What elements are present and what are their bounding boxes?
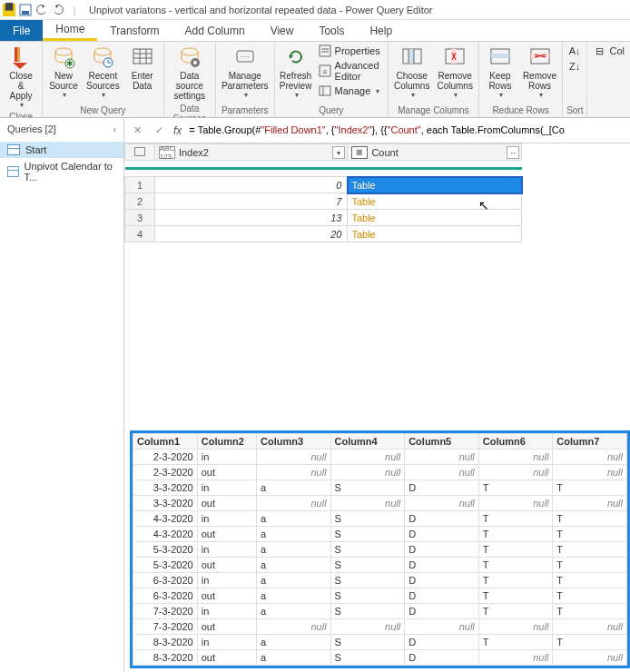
recent-sources-button[interactable]: Recent Sources▾ xyxy=(84,44,122,101)
cancel-formula-button[interactable]: ✕ xyxy=(130,124,144,138)
cell-count-table[interactable]: Table xyxy=(348,177,522,193)
preview-cell[interactable]: D xyxy=(405,588,479,604)
cell-count-table[interactable]: Table xyxy=(348,193,522,210)
table-row[interactable]: 6-3-2020inaSDTT xyxy=(133,573,627,588)
preview-cell[interactable]: a xyxy=(256,650,330,666)
tab-file[interactable]: File xyxy=(0,20,43,41)
preview-cell[interactable]: a xyxy=(256,604,330,619)
preview-cell[interactable]: 5-3-2020 xyxy=(133,558,198,573)
row-number[interactable]: 2 xyxy=(125,193,155,210)
preview-cell[interactable]: 2-3-2020 xyxy=(133,465,198,480)
tab-help[interactable]: Help xyxy=(357,20,405,41)
manage-button[interactable]: Manage▾ xyxy=(317,84,384,98)
advanced-editor-button[interactable]: ≡ Advanced Editor xyxy=(317,59,384,83)
preview-cell[interactable]: 7-3-2020 xyxy=(133,619,198,635)
table-row[interactable]: 4-3-2020inaSDTT xyxy=(133,511,627,527)
row-number[interactable]: 1 xyxy=(125,177,155,193)
preview-cell[interactable]: null xyxy=(256,450,330,465)
preview-cell[interactable]: null xyxy=(405,496,479,511)
query-item-unpivot[interactable]: Unpivot Calendar to T... xyxy=(0,158,123,185)
preview-cell[interactable]: null xyxy=(405,465,479,480)
preview-cell[interactable]: a xyxy=(256,558,330,573)
tab-addcolumn[interactable]: Add Column xyxy=(172,20,258,41)
datatype-table-icon[interactable]: ▦ xyxy=(351,146,368,159)
table-row[interactable]: 7-3-2020inaSDTT xyxy=(133,604,627,619)
preview-cell[interactable]: null xyxy=(256,496,330,511)
preview-cell[interactable]: in xyxy=(197,604,256,619)
preview-cell[interactable]: out xyxy=(197,650,256,666)
column-filter-button[interactable]: ▾ xyxy=(332,146,345,159)
preview-column-header[interactable]: Column4 xyxy=(330,434,405,450)
remove-columns-button[interactable]: Remove Columns▾ xyxy=(435,44,474,101)
preview-cell[interactable]: null xyxy=(478,619,553,635)
table-row[interactable]: 4-3-2020outaSDTT xyxy=(133,527,627,542)
preview-cell[interactable]: T xyxy=(553,558,627,573)
table-row[interactable]: 420Table xyxy=(125,226,522,242)
preview-cell[interactable]: S xyxy=(330,573,405,588)
preview-cell[interactable]: null xyxy=(478,496,553,511)
split-col-button[interactable]: ⊟Col xyxy=(591,44,626,58)
queries-header[interactable]: Queries [2] ‹ xyxy=(0,118,123,140)
preview-cell[interactable]: 8-3-2020 xyxy=(133,635,198,650)
table-row[interactable]: 10Table xyxy=(125,177,522,193)
preview-cell[interactable]: D xyxy=(405,635,479,650)
preview-cell[interactable]: 5-3-2020 xyxy=(133,542,198,558)
preview-cell[interactable]: in xyxy=(197,635,256,650)
preview-cell[interactable]: T xyxy=(478,635,553,650)
preview-cell[interactable]: null xyxy=(553,496,627,511)
preview-cell[interactable]: out xyxy=(197,496,256,511)
result-grid[interactable]: ABC 123 Index2 ▾ ▦ Count ↔ 10Table27 xyxy=(124,143,630,242)
preview-cell[interactable]: null xyxy=(405,619,479,635)
enter-data-button[interactable]: Enter Data xyxy=(125,44,160,93)
preview-cell[interactable]: T xyxy=(553,588,627,604)
preview-cell[interactable]: null xyxy=(553,465,627,480)
preview-cell[interactable]: D xyxy=(405,604,479,619)
cell-index2[interactable]: 7 xyxy=(154,193,348,210)
table-row[interactable]: 2-3-2020outnullnullnullnullnull xyxy=(133,465,627,480)
preview-cell[interactable]: out xyxy=(197,465,256,480)
preview-column-header[interactable]: Column6 xyxy=(478,434,553,450)
preview-cell[interactable]: in xyxy=(197,573,256,588)
preview-cell[interactable]: T xyxy=(478,542,553,558)
properties-button[interactable]: Properties xyxy=(317,44,384,58)
preview-cell[interactable]: in xyxy=(197,480,256,496)
fx-icon[interactable]: fx xyxy=(173,124,182,137)
preview-cell[interactable]: 6-3-2020 xyxy=(133,588,198,604)
preview-cell[interactable]: 8-3-2020 xyxy=(133,650,198,666)
preview-cell[interactable]: out xyxy=(197,588,256,604)
tab-tools[interactable]: Tools xyxy=(306,20,357,41)
keep-rows-button[interactable]: Keep Rows▾ xyxy=(483,44,517,101)
preview-cell[interactable]: null xyxy=(256,465,330,480)
table-preview-pane[interactable]: Column1Column2Column3Column4Column5Colum… xyxy=(130,430,630,668)
preview-cell[interactable]: S xyxy=(330,588,405,604)
choose-columns-button[interactable]: Choose Columns▾ xyxy=(392,44,431,101)
preview-cell[interactable]: null xyxy=(478,650,553,666)
preview-cell[interactable]: T xyxy=(553,635,627,650)
preview-cell[interactable]: T xyxy=(478,588,553,604)
preview-cell[interactable]: null xyxy=(330,465,405,480)
preview-cell[interactable]: 4-3-2020 xyxy=(133,511,198,527)
corner-cell[interactable] xyxy=(125,144,155,161)
column-expand-button[interactable]: ↔ xyxy=(507,146,519,159)
table-row[interactable]: 27Table xyxy=(125,193,522,210)
undo-icon[interactable] xyxy=(34,3,49,17)
tab-transform[interactable]: Transform xyxy=(97,20,172,41)
preview-column-header[interactable]: Column2 xyxy=(197,434,256,450)
table-row[interactable]: 6-3-2020outaSDTT xyxy=(133,588,627,604)
formula-text[interactable]: = Table.Group(#"Filled Down1", {"Index2"… xyxy=(189,124,565,136)
collapse-icon[interactable]: ‹ xyxy=(113,124,116,134)
preview-cell[interactable]: 2-3-2020 xyxy=(133,450,198,465)
preview-cell[interactable]: T xyxy=(553,542,627,558)
preview-cell[interactable]: a xyxy=(256,573,330,588)
preview-cell[interactable]: T xyxy=(478,511,553,527)
preview-cell[interactable]: T xyxy=(553,573,627,588)
table-row[interactable]: 5-3-2020inaSDTT xyxy=(133,542,627,558)
preview-column-header[interactable]: Column7 xyxy=(553,434,627,450)
preview-cell[interactable]: null xyxy=(478,465,553,480)
preview-cell[interactable]: D xyxy=(405,527,479,542)
preview-cell[interactable]: null xyxy=(553,619,627,635)
preview-cell[interactable]: D xyxy=(405,650,479,666)
preview-table[interactable]: Column1Column2Column3Column4Column5Colum… xyxy=(133,433,627,666)
preview-cell[interactable]: D xyxy=(405,480,479,496)
preview-cell[interactable]: D xyxy=(405,558,479,573)
